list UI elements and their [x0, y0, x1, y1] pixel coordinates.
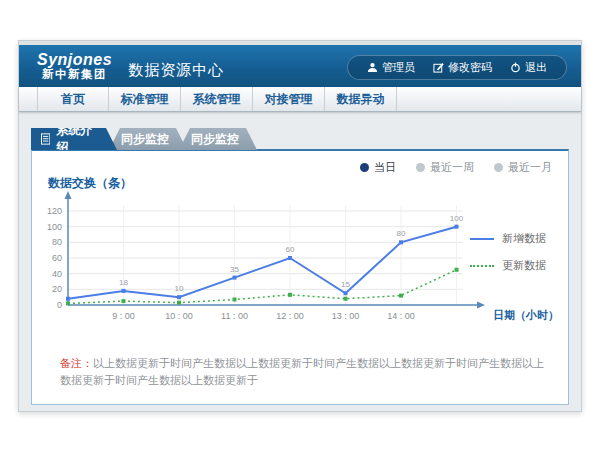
svg-text:11 : 00: 11 : 00	[221, 311, 248, 321]
svg-text:14 : 00: 14 : 00	[387, 311, 415, 321]
power-icon	[510, 62, 521, 73]
footnote: 备注：以上数据更新于时间产生数据以上数据更新于时间产生数据以上数据更新于时间产生…	[60, 355, 550, 388]
filter-today-label: 当日	[374, 160, 396, 175]
svg-text:0: 0	[57, 300, 62, 310]
nav-item-docking-mgmt[interactable]: 对接管理	[253, 87, 325, 111]
svg-text:9 : 00: 9 : 00	[112, 311, 135, 321]
edit-icon	[433, 62, 444, 73]
nav-item-data-change[interactable]: 数据异动	[325, 87, 397, 111]
nav-item-standard-mgmt[interactable]: 标准管理	[109, 87, 181, 111]
svg-text:120: 120	[47, 206, 62, 216]
filter-last-month[interactable]: 最近一月	[494, 160, 552, 175]
svg-text:80: 80	[397, 229, 406, 238]
svg-text:13 : 00: 13 : 00	[332, 311, 360, 321]
svg-text:20: 20	[52, 284, 62, 294]
document-icon	[41, 133, 50, 145]
tab-sync-monitor-1[interactable]: 同步监控	[109, 128, 187, 150]
user-icon	[367, 62, 378, 73]
nav-item-system-mgmt[interactable]: 系统管理	[181, 87, 253, 111]
svg-text:日期（小时）: 日期（小时）	[493, 309, 559, 322]
user-menu-admin[interactable]: 管理员	[358, 60, 424, 75]
svg-text:40: 40	[52, 269, 62, 279]
legend-item-update-data-label: 更新数据	[502, 258, 546, 273]
nav-item-home[interactable]: 首页	[37, 87, 109, 111]
main-nav: 首页 标准管理 系统管理 对接管理 数据异动	[19, 87, 581, 112]
footnote-prefix: 备注：	[60, 357, 93, 369]
tab-sync-monitor-1-label: 同步监控	[121, 131, 169, 148]
logo-company-text: 新中新集团	[37, 68, 112, 81]
chart-panel: 当日 最近一周 最近一月 数据交换（条） 0204060801001209 : …	[31, 149, 569, 405]
radio-icon	[416, 163, 425, 172]
svg-text:18: 18	[119, 278, 128, 287]
filter-last-week-label: 最近一周	[430, 160, 474, 175]
svg-text:60: 60	[52, 253, 62, 263]
user-menu-change-password-label: 修改密码	[448, 60, 492, 75]
user-menu: 管理员 修改密码 退出	[347, 55, 567, 80]
app-title: 数据资源中心	[128, 61, 224, 80]
user-menu-logout[interactable]: 退出	[501, 60, 556, 75]
user-menu-admin-label: 管理员	[382, 60, 415, 75]
app-header: Synjones 新中新集团 数据资源中心 管理员 修改密码 退出	[19, 45, 581, 87]
svg-text:35: 35	[230, 265, 239, 274]
footnote-text: 以上数据更新于时间产生数据以上数据更新于时间产生数据以上数据更新于时间产生数据以…	[60, 357, 544, 386]
filter-today[interactable]: 当日	[360, 160, 396, 175]
app-window: Synjones 新中新集团 数据资源中心 管理员 修改密码 退出 首页 标准管…	[18, 40, 582, 412]
svg-text:10 : 00: 10 : 00	[165, 311, 193, 321]
user-menu-change-password[interactable]: 修改密码	[424, 60, 501, 75]
filter-last-week[interactable]: 最近一周	[416, 160, 474, 175]
radio-icon	[494, 163, 503, 172]
content-area: 系统介绍 同步监控 同步监控 当日 最近一周	[19, 112, 581, 413]
legend-item-new-data-label: 新增数据	[502, 231, 546, 246]
svg-text:80: 80	[52, 237, 62, 247]
logo[interactable]: Synjones 新中新集团	[37, 51, 112, 81]
tab-system-intro[interactable]: 系统介绍	[31, 128, 117, 150]
tab-sync-monitor-2[interactable]: 同步监控	[179, 128, 257, 150]
dotted-line-icon	[470, 265, 494, 267]
svg-text:12 : 00: 12 : 00	[276, 311, 304, 321]
tab-sync-monitor-2-label: 同步监控	[191, 131, 239, 148]
logo-brand-text: Synjones	[37, 51, 112, 69]
filter-last-month-label: 最近一月	[508, 160, 552, 175]
svg-text:100: 100	[450, 214, 464, 223]
legend-item-new-data: 新增数据	[470, 231, 546, 246]
svg-text:100: 100	[47, 222, 62, 232]
svg-text:60: 60	[286, 245, 295, 254]
radio-selected-icon	[360, 163, 369, 172]
chart-legend: 新增数据 更新数据	[470, 231, 546, 273]
time-range-filters: 当日 最近一周 最近一月	[360, 160, 552, 175]
user-menu-logout-label: 退出	[525, 60, 547, 75]
svg-text:10: 10	[175, 284, 184, 293]
svg-text:15: 15	[341, 280, 350, 289]
tab-bar: 系统介绍 同步监控 同步监控	[31, 128, 257, 150]
legend-item-update-data: 更新数据	[470, 258, 546, 273]
solid-line-icon	[470, 238, 494, 240]
